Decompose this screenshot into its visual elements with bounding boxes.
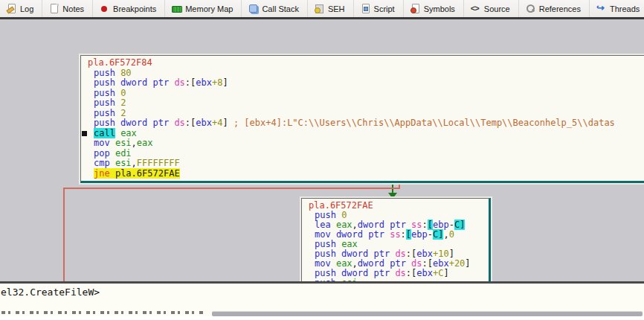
asm-token: ds [174,118,184,128]
asm-row[interactable]: push dword ptr ds:[ebx+4] ; [ebx+4]:L"C:… [86,118,644,129]
asm-token: : [422,220,428,230]
asm-token: push [94,108,120,118]
asm-text: call eax [94,128,137,138]
horizontal-scrollbar[interactable] [212,311,643,316]
asm-token: 2 [120,108,126,118]
breakpoint-icon [100,4,109,13]
window-bottom-strip [0,316,644,320]
asm-text: lea eax,dword ptr ss:[ebp-C] [315,220,465,230]
asm-token: ss [411,220,422,230]
fallthrough-edge-segment [63,188,65,281]
tab-references[interactable]: References [519,0,590,17]
asm-row[interactable]: call eax [86,129,644,139]
asm-token: push [94,88,120,98]
tab-notes[interactable]: Notes [42,0,93,17]
asm-text: push 2 [94,108,126,118]
asm-token: FFFFFFFF [137,158,180,168]
asm-token: push dword ptr [94,77,174,88]
asm-row[interactable]: push 0 [86,89,644,99]
debugger-window: LogNotesBreakpointsMemory MapCall StackS… [0,0,644,320]
asm-text: jne pla.6F572FAE [94,168,180,179]
asm-token: 0 [120,88,126,98]
tab-breakpoints[interactable]: Breakpoints [93,0,165,17]
asm-text: mov eax,dword ptr ds:[ebx+20] [315,258,471,269]
asm-token: 80 [120,68,131,78]
log-icon [7,4,16,13]
asm-token: pop [94,148,115,159]
asm-token: edi [115,148,132,159]
asm-token: : [401,229,406,240]
asm-token: ebp [433,220,449,230]
asm-row[interactable]: push 80 [86,68,644,79]
asm-token: dword ptr [358,258,411,269]
asm-row[interactable]: push 2 [86,98,644,109]
asm-token: push dword ptr [315,249,395,259]
tab-label: Memory Map [185,4,233,13]
asm-token: ebx [196,118,212,128]
tab-call-stack[interactable]: Call Stack [242,0,308,17]
asm-token: esi [115,158,132,168]
tab-threads[interactable]: Threads [590,0,644,17]
asm-token: ] [449,249,454,259]
asm-text: mov dword ptr ss:[ebp-C],0 [315,229,454,240]
asm-row[interactable]: push dword ptr ds:[ebx+8] [86,78,644,89]
tab-script[interactable]: Script [354,0,404,17]
graph-view[interactable]: pla.6F572F84push 80push dword ptr ds:[eb… [0,19,644,281]
asm-text: mov esi,eax [94,138,153,148]
tab-memory-map[interactable]: Memory Map [165,0,242,17]
asm-token: push [315,239,341,249]
asm-token: ebx [433,258,449,269]
asm-token: :[ [406,268,416,278]
asm-text: pop edi [94,148,132,159]
source-icon [471,4,480,13]
breakpoint-marker-icon[interactable] [82,131,87,136]
asm-token: push [94,68,120,78]
notes-icon [49,4,59,13]
asm-token: ] [222,77,228,88]
tab-label: Breakpoints [113,4,156,13]
asm-token: [ [406,229,411,240]
asm-row[interactable]: mov esi,eax [86,138,644,149]
asm-text: push dword ptr ds:[ebx+C] [315,268,449,278]
asm-token: :[ [422,258,433,269]
asm-row[interactable]: pop edi [86,149,644,159]
asm-token: ] [443,268,448,278]
asm-token: :[ [406,249,416,259]
asm-text: cmp esi,FFFFFFFF [94,158,180,168]
asm-text: push dword ptr ds:[ebx+4] ; [ebx+4]:L"C:… [94,118,615,128]
asm-token: dword ptr [358,220,411,230]
asm-token: ebx [416,268,433,278]
asm-token: +4 [212,118,222,128]
asm-token: push dword ptr [315,268,395,278]
asm-row[interactable]: jne pla.6F572FAE [86,169,644,179]
asm-token: 2 [120,97,126,108]
asm-token: ] [465,258,470,269]
asm-token: ds [174,77,184,88]
info-pane: el32.CreateFileW> [0,281,644,320]
basic-block-6F572FAE[interactable]: pla.6F572FAEpush 0lea eax,dword ptr ss:[… [301,198,491,281]
asm-token: cmp [94,158,115,168]
asm-token: eax [336,220,352,230]
basic-block-6F572F84[interactable]: pla.6F572F84push 80push dword ptr ds:[eb… [80,55,644,183]
asm-token: ebx [196,77,212,88]
tab-label: Threads [610,4,640,13]
asm-row[interactable]: cmp esi,FFFFFFFF [86,159,644,169]
tab-seh[interactable]: SEH [308,0,354,17]
asm-token: [ [428,220,433,230]
asm-token: 0 [449,229,454,240]
tab-source[interactable]: Source [464,0,519,17]
asm-row[interactable]: push 2 [86,109,644,119]
asm-token: ] [460,220,465,230]
asm-token: mov dword ptr [315,229,390,240]
tab-symbols[interactable]: Symbols [404,0,464,17]
asm-text: push 0 [315,210,347,220]
asm-token: eax [137,138,153,148]
asm-token: esi [115,138,132,148]
asm-text: push dword ptr ds:[ebx+10] [315,249,454,259]
asm-token: :[ [185,77,196,88]
asm-token: eax [120,128,137,138]
asm-token: lea [315,220,336,230]
tab-log[interactable]: Log [0,0,42,17]
asm-token: :[ [185,118,196,128]
symbols-icon [410,4,420,13]
